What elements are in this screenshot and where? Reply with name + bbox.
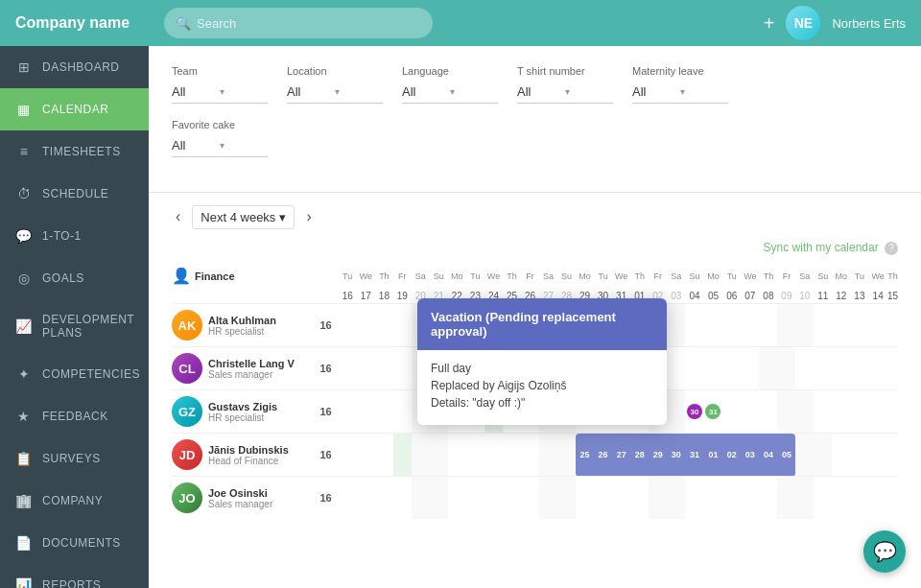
filter-location-select[interactable]: All ▾ (287, 81, 383, 104)
day-col-10: Th (503, 263, 521, 289)
day-col-7: Mo (448, 263, 466, 289)
sidebar-item-1to1[interactable]: 💬 1-TO-1 (0, 215, 149, 257)
person-cell-5: JO Joe Osinski Sales manager (172, 477, 314, 520)
reports-icon: 📊 (15, 577, 33, 588)
sidebar-item-surveys[interactable]: 📋 SURVEYS (0, 437, 149, 480)
sidebar-item-schedule[interactable]: ⏱ SCHEDULE (0, 173, 149, 215)
day-col-23: We (741, 263, 759, 289)
person-name-2: Christelle Lang V (208, 358, 295, 369)
sidebar-item-reports[interactable]: 📊 REPORTS (0, 564, 149, 588)
sidebar-label-1to1: 1-TO-1 (42, 229, 82, 243)
filter-cake-label: Favorite cake (172, 119, 268, 130)
sidebar-label-schedule: SCHEDULE (42, 187, 108, 200)
sidebar-label-calendar: CALENDAR (42, 103, 108, 116)
row-num-header (314, 263, 339, 289)
sidebar-label-goals: GOALS (42, 271, 84, 285)
num-10a: 10 (795, 289, 814, 304)
filter-row-1: Team All ▾ Location All ▾ Language (172, 65, 898, 104)
filter-language-value: All (402, 84, 450, 99)
sidebar-item-dashboard[interactable]: ⊞ DASHBOARD (0, 46, 149, 88)
num-07a: 07 (741, 289, 759, 304)
sidebar-item-goals[interactable]: ◎ GOALS (0, 257, 149, 299)
person-role-3: HR specialist (208, 412, 277, 423)
search-input[interactable] (197, 16, 421, 31)
filter-tshirt-select[interactable]: All ▾ (517, 81, 613, 104)
num-16: 16 (339, 289, 357, 304)
filter-location-label: Location (287, 65, 383, 77)
day-col-29: Tu (850, 263, 868, 289)
filter-row-2: Favorite cake All ▾ (172, 119, 898, 157)
day-col-4: Fr (393, 263, 412, 289)
filter-team-arrow: ▾ (220, 86, 268, 97)
num-13a: 13 (850, 289, 868, 304)
app-header: Company name 🔍 + NE Norberts Erts (0, 0, 921, 46)
filter-cake-value: All (172, 138, 220, 153)
dot-purple-30: 30 (687, 404, 702, 419)
period-selector[interactable]: Next 4 weeks ▾ (192, 205, 295, 229)
dept-header: 👤 Finance (172, 263, 314, 289)
num-17: 17 (357, 289, 375, 304)
filter-language-select[interactable]: All ▾ (402, 81, 498, 104)
day-col-18: Fr (649, 263, 667, 289)
day-col-3: Th (375, 263, 393, 289)
sidebar-label-competencies: COMPETENCIES (42, 367, 140, 381)
filter-team-value: All (172, 84, 220, 99)
num-11a: 11 (814, 289, 832, 304)
filter-tshirt-value: All (517, 84, 565, 99)
sync-link[interactable]: Sync with my calendar ? (172, 241, 898, 255)
sidebar-item-competencies[interactable]: ✦ COMPETENCIES (0, 353, 149, 395)
sidebar-item-company[interactable]: 🏢 COMPANY (0, 480, 149, 522)
person-cell-3: GZ Gustavs Zigis HR specialist (172, 390, 314, 434)
day-col-16: We (612, 263, 630, 289)
company-icon: 🏢 (15, 493, 33, 508)
filter-location-arrow: ▾ (335, 86, 383, 97)
person-cell-4: JD Jānis Dubinskis Head of Finance (172, 434, 314, 477)
surveys-icon: 📋 (15, 451, 33, 466)
avatar: NE (786, 6, 820, 40)
sidebar-item-dev-plans[interactable]: 📈 DEVELOPMENT PLANS (0, 299, 149, 353)
filter-cake-select[interactable]: All ▾ (172, 134, 268, 157)
day-col-25: Fr (777, 263, 795, 289)
header-right: + NE Norberts Erts (764, 6, 906, 40)
num-row-empty1 (172, 289, 314, 304)
filter-maternity-arrow: ▾ (680, 86, 728, 97)
sidebar-item-feedback[interactable]: ★ FEEDBACK (0, 395, 149, 437)
next-button[interactable]: › (302, 204, 315, 229)
chat-icon: 💬 (873, 540, 897, 563)
person-name-1: Alta Kuhlman (208, 315, 276, 326)
search-bar[interactable]: 🔍 (164, 8, 433, 38)
avatar-2: CL (172, 353, 202, 384)
person-cell-2: CL Christelle Lang V Sales manager (172, 347, 314, 390)
num-04a: 04 (685, 289, 704, 304)
row-num-3: 16 (314, 390, 339, 434)
main-content: Team All ▾ Location All ▾ Language (149, 46, 921, 588)
filter-tshirt: T shirt number All ▾ (517, 65, 613, 104)
filter-cake: Favorite cake All ▾ (172, 119, 268, 157)
num-08a: 08 (759, 289, 777, 304)
day-col-21: Mo (704, 263, 723, 289)
sidebar-item-calendar[interactable]: ▦ CALENDAR (0, 88, 149, 130)
day-col-13: Su (557, 263, 576, 289)
avatar-3: GZ (172, 396, 202, 427)
day-col-6: Su (430, 263, 448, 289)
calendar-header-row: 👤 Finance Tu We Th Fr Sa (172, 263, 898, 289)
dept-icon: 👤 (172, 267, 191, 285)
prev-button[interactable]: ‹ (172, 204, 184, 229)
sidebar: ⊞ DASHBOARD ▦ CALENDAR ≡ TIMESHEETS ⏱ SC… (0, 46, 149, 588)
1to1-icon: 💬 (15, 228, 33, 244)
sidebar-label-feedback: FEEDBACK (42, 410, 108, 423)
person-cell-1: AK Alta Kuhlman HR specialist (172, 304, 314, 347)
chat-button[interactable]: 💬 (863, 530, 906, 573)
filter-maternity-select[interactable]: All ▾ (632, 81, 728, 104)
calendar-section: Sync with my calendar ? 👤 Finance (149, 241, 921, 538)
sidebar-label-reports: REPORTS (42, 578, 101, 588)
num-18: 18 (375, 289, 393, 304)
calendar-nav: ‹ Next 4 weeks ▾ › (149, 193, 921, 241)
add-button[interactable]: + (764, 12, 775, 35)
num-19: 19 (393, 289, 412, 304)
filter-tshirt-label: T shirt number (517, 65, 613, 77)
sidebar-item-timesheets[interactable]: ≡ TIMESHEETS (0, 130, 149, 173)
sidebar-item-documents[interactable]: 📄 DOCUMENTS (0, 522, 149, 564)
popup-details: Details: "day off :)" (431, 396, 653, 410)
filter-team-select[interactable]: All ▾ (172, 81, 268, 104)
